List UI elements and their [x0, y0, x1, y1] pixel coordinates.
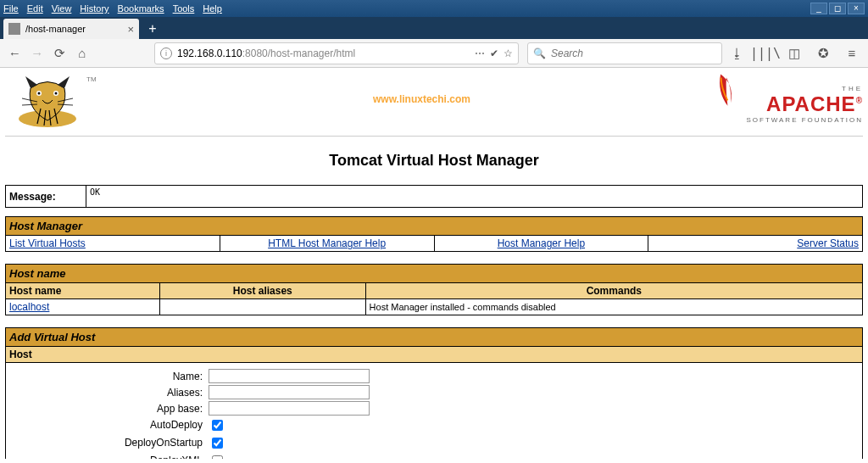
minimize-button[interactable]: _ — [810, 3, 827, 14]
window-controls: _ ◻ × — [809, 3, 865, 14]
menu-help[interactable]: Help — [203, 3, 222, 14]
label-autodeploy: AutoDeploy — [9, 419, 206, 431]
label-appbase: App base: — [9, 403, 206, 415]
link-host-manager-help[interactable]: Host Manager Help — [498, 237, 585, 249]
label-deployxml: DeployXML — [9, 455, 206, 459]
add-virtual-host-section: Add Virtual Host Host Name: Aliases: App… — [5, 327, 863, 459]
host-manager-section: Host Manager List Virtual Hosts HTML Hos… — [5, 216, 863, 252]
label-name: Name: — [9, 371, 206, 382]
label-aliases: Aliases: — [9, 387, 206, 399]
add-vhost-title: Add Virtual Host — [6, 328, 863, 347]
pocket-icon[interactable]: ✔ — [490, 47, 498, 59]
col-commands: Commands — [365, 283, 862, 299]
watermark-text: www.linuxtechi.com — [373, 93, 470, 105]
message-table: Message: OK — [5, 185, 863, 208]
col-host-name: Host name — [6, 283, 160, 299]
input-appbase[interactable] — [209, 401, 370, 416]
host-name-title: Host name — [6, 265, 863, 283]
page-content: www.linuxtechi.com TM THE APACHE — [0, 68, 868, 462]
address-bar[interactable]: i 192.168.0.110:8080/host-manager/html ⋯… — [154, 42, 519, 64]
host-aliases-cell — [159, 299, 365, 315]
feather-icon — [708, 68, 746, 116]
link-html-host-manager-help[interactable]: HTML Host Manager Help — [268, 237, 386, 249]
url-path: /host-manager/html — [268, 47, 355, 59]
menu-bar: File Edit View History Bookmarks Tools H… — [0, 0, 868, 17]
apache-logo: THE APACHE® SOFTWARE FOUNDATION — [715, 71, 863, 124]
svg-point-2 — [38, 92, 41, 95]
sidebar-icon[interactable]: ◫ — [783, 42, 805, 64]
page-title: Tomcat Virtual Host Manager — [5, 152, 863, 170]
back-button[interactable]: ← — [5, 42, 25, 64]
link-server-status[interactable]: Server Status — [797, 237, 859, 249]
menu-history[interactable]: History — [80, 3, 108, 14]
host-name-section: Host name Host name Host aliases Command… — [5, 264, 863, 315]
downloads-icon[interactable]: ⭳ — [726, 42, 748, 64]
favicon-icon — [8, 23, 20, 35]
forward-button[interactable]: → — [28, 42, 47, 64]
tomcat-logo: TM — [5, 71, 98, 131]
table-row: localhost Host Manager installed - comma… — [6, 299, 863, 315]
tab-title: /host-manager — [25, 24, 86, 34]
tab-strip: /host-manager × + — [0, 17, 868, 39]
add-vhost-subhead: Host — [6, 347, 863, 363]
menu-edit[interactable]: Edit — [27, 3, 43, 14]
checkbox-deployxml[interactable] — [212, 455, 223, 459]
svg-text:TM: TM — [86, 75, 97, 83]
search-icon: 🔍 — [533, 47, 546, 59]
apache-sf: SOFTWARE FOUNDATION — [746, 116, 863, 124]
menu-icon[interactable]: ≡ — [841, 42, 863, 64]
menu-tools[interactable]: Tools — [173, 3, 195, 14]
label-deployonstartup: DeployOnStartup — [9, 437, 206, 449]
home-button[interactable]: ⌂ — [73, 42, 92, 64]
url-host: 192.168.0.110 — [177, 47, 242, 59]
host-manager-title: Host Manager — [6, 217, 863, 236]
toolbar: ← → ⟳ ⌂ i 192.168.0.110:8080/host-manage… — [0, 39, 868, 68]
more-icon[interactable]: ⋯ — [475, 47, 485, 59]
message-value: OK — [86, 186, 863, 208]
new-tab-button[interactable]: + — [142, 19, 163, 39]
tab-close-button[interactable]: × — [127, 23, 134, 36]
host-commands-cell: Host Manager installed - commands disabl… — [365, 299, 862, 315]
message-label: Message: — [6, 186, 86, 208]
input-name[interactable] — [209, 369, 370, 383]
browser-tab[interactable]: /host-manager × — [3, 19, 139, 39]
col-host-aliases: Host aliases — [159, 283, 365, 299]
close-window-button[interactable]: × — [848, 3, 865, 14]
checkbox-deployonstartup[interactable] — [212, 438, 223, 449]
menu-bookmarks[interactable]: Bookmarks — [118, 3, 164, 14]
checkbox-autodeploy[interactable] — [212, 420, 223, 431]
library-icon[interactable]: |||\ — [754, 42, 776, 64]
bookmark-icon[interactable]: ☆ — [504, 47, 513, 59]
info-icon[interactable]: i — [160, 47, 172, 59]
host-link-localhost[interactable]: localhost — [9, 301, 49, 313]
apache-name: APACHE® — [746, 92, 863, 116]
apache-the: THE — [746, 85, 863, 92]
extension-icon[interactable]: ✪ — [812, 42, 834, 64]
maximize-button[interactable]: ◻ — [829, 3, 846, 14]
menu-file[interactable]: File — [3, 3, 19, 14]
reload-button[interactable]: ⟳ — [50, 42, 70, 64]
search-input[interactable] — [549, 47, 716, 60]
url-port: :8080 — [242, 47, 268, 59]
input-aliases[interactable] — [209, 385, 370, 399]
menu-view[interactable]: View — [52, 3, 72, 14]
link-list-virtual-hosts[interactable]: List Virtual Hosts — [9, 237, 86, 249]
svg-point-4 — [55, 92, 58, 95]
search-bar[interactable]: 🔍 — [527, 42, 722, 64]
